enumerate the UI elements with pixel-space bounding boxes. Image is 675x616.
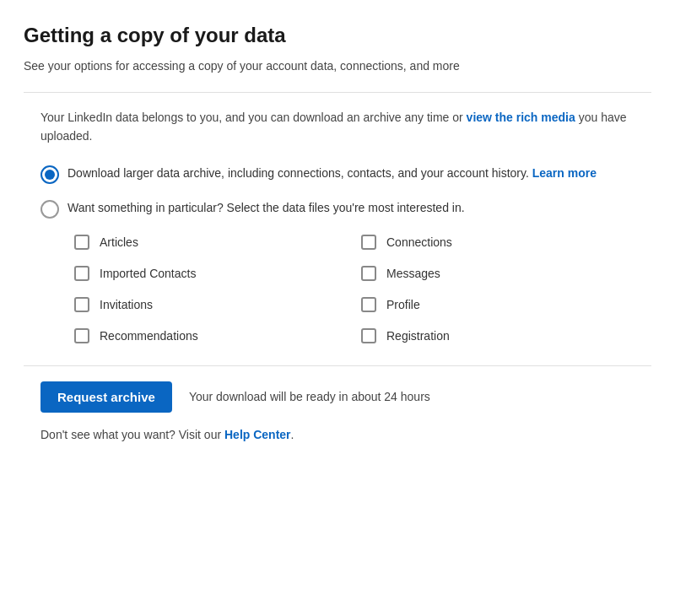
checkbox-recommendations-label: Recommendations	[100, 327, 198, 345]
checkbox-registration[interactable]: Registration	[361, 327, 614, 345]
checkbox-invitations-box[interactable]	[74, 297, 89, 312]
info-text-before: Your LinkedIn data belongs to you, and y…	[40, 111, 467, 124]
checkbox-imported-contacts-label: Imported Contacts	[100, 265, 196, 283]
radio-larger-text: Download larger data archive, including …	[68, 166, 532, 180]
checkbox-connections-box[interactable]	[361, 235, 376, 250]
divider-top	[24, 92, 651, 93]
radio-option-larger[interactable]: Download larger data archive, including …	[40, 165, 651, 184]
checkbox-articles-label: Articles	[100, 234, 138, 251]
checkbox-recommendations[interactable]: Recommendations	[74, 327, 327, 345]
request-archive-button[interactable]: Request archive	[40, 381, 172, 413]
ready-text: Your download will be ready in about 24 …	[189, 388, 430, 406]
help-center-link[interactable]: Help Center	[224, 428, 291, 441]
radio-particular-label: Want something in particular? Select the…	[68, 199, 465, 217]
radio-larger-label: Download larger data archive, including …	[68, 165, 597, 182]
checkbox-articles[interactable]: Articles	[74, 234, 327, 251]
divider-bottom	[24, 365, 651, 366]
checkbox-invitations-label: Invitations	[100, 296, 153, 314]
checkbox-connections[interactable]: Connections	[361, 234, 614, 251]
checkbox-profile-label: Profile	[386, 296, 420, 314]
radio-larger-input[interactable]	[40, 165, 59, 184]
checkbox-imported-contacts-box[interactable]	[74, 266, 89, 281]
footer-before: Don't see what you want? Visit our	[40, 428, 224, 441]
radio-particular-input[interactable]	[40, 200, 59, 219]
checkbox-articles-box[interactable]	[74, 235, 89, 250]
checkbox-invitations[interactable]: Invitations	[74, 296, 327, 314]
checkbox-profile[interactable]: Profile	[361, 296, 614, 314]
page-subtitle: See your options for accessing a copy of…	[24, 57, 648, 75]
checkbox-messages[interactable]: Messages	[361, 265, 614, 283]
footer-text: Don't see what you want? Visit our Help …	[40, 426, 651, 444]
checkboxes-section: Articles Connections Imported Contacts M…	[74, 234, 614, 345]
checkbox-imported-contacts[interactable]: Imported Contacts	[74, 265, 327, 283]
view-rich-media-link[interactable]: view the rich media	[467, 111, 575, 124]
page-title: Getting a copy of your data	[24, 20, 651, 51]
learn-more-link[interactable]: Learn more	[532, 166, 597, 180]
checkbox-profile-box[interactable]	[361, 297, 376, 312]
info-text: Your LinkedIn data belongs to you, and y…	[40, 108, 631, 146]
checkbox-connections-label: Connections	[386, 234, 452, 251]
checkbox-recommendations-box[interactable]	[74, 328, 89, 343]
checkbox-messages-label: Messages	[386, 265, 440, 283]
button-row: Request archive Your download will be re…	[40, 381, 651, 413]
checkbox-registration-label: Registration	[386, 327, 450, 345]
radio-option-particular[interactable]: Want something in particular? Select the…	[40, 199, 651, 219]
footer-after: .	[291, 428, 294, 441]
checkbox-messages-box[interactable]	[361, 266, 376, 281]
checkbox-registration-box[interactable]	[361, 328, 376, 343]
